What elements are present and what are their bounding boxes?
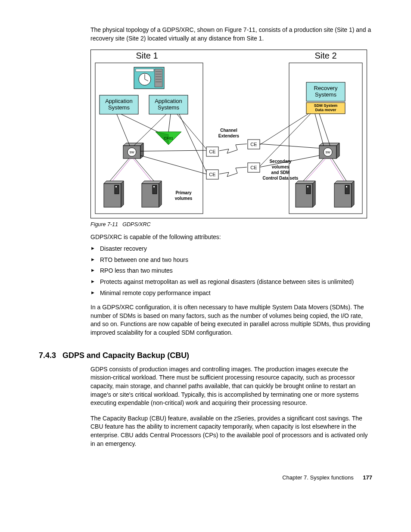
list-item: Protects against metropolitan as well as… [90,278,372,286]
svg-text:and SDM: and SDM [271,170,290,175]
svg-text:Systems: Systems [158,104,179,111]
svg-text:volumes: volumes [175,196,193,201]
recovery-systems: Recovery [314,85,338,91]
list-item: Disaster recovery [90,245,372,253]
section-title: GDPS and Capacity Backup (CBU) [62,351,189,360]
storage-site2a [296,181,315,207]
svg-marker-55 [313,181,315,207]
storage-site2b [334,181,354,207]
app-sys-1: Application [105,98,133,104]
cbu-paragraph-1: GDPS consists of production images and c… [90,365,372,408]
switch-site1: sw [123,143,143,159]
svg-marker-49 [159,181,162,207]
figure-caption: Figure 7-11 GDPS/XRC [90,221,372,229]
svg-marker-24 [123,143,143,146]
storage-site1b [142,181,162,207]
svg-rect-62 [346,186,347,187]
channel-extenders: CE CE CE CE [206,140,260,179]
svg-line-79 [319,114,330,146]
svg-line-85 [330,159,344,181]
attributes-lead: GDPS/XRC is capable of the following att… [90,233,372,242]
svg-marker-48 [142,181,162,184]
svg-line-78 [315,114,324,146]
svg-rect-4 [155,69,162,87]
svg-line-71 [133,159,151,181]
svg-rect-51 [153,186,155,187]
svg-text:volumes: volumes [272,165,290,169]
svg-text:Systems: Systems [108,104,130,111]
svg-text:sw: sw [326,150,331,154]
svg-marker-59 [334,181,354,184]
svg-marker-43 [104,181,124,184]
storage-site1a [104,181,124,207]
svg-line-69 [168,114,171,132]
svg-text:CE: CE [250,142,257,147]
svg-line-82 [260,114,308,145]
svg-text:CE: CE [209,172,215,177]
svg-text:sw: sw [130,150,135,154]
svg-text:Data mover: Data mover [315,108,336,112]
list-item: RPO less than two minutes [90,267,372,275]
svg-rect-46 [115,186,117,187]
svg-line-87 [332,159,346,181]
cbu-paragraph-2: The Capacity Backup (CBU) feature, avail… [90,414,372,448]
app-sys-2: Application [155,98,182,104]
list-item: RTO between one and two hours [90,256,372,264]
svg-line-73 [135,159,154,181]
svg-text:Control Data sets: Control Data sets [263,176,299,180]
section-number: 7.4.3 [39,350,56,361]
intro-paragraph: The physical topology of a GDPS/XRC, sho… [90,26,372,43]
svg-line-75 [140,156,206,174]
svg-text:Systems: Systems [315,91,336,98]
svg-line-86 [303,159,324,181]
svg-line-66 [117,114,130,146]
mainframe-icon [134,67,164,89]
svg-text:CE: CE [250,165,257,170]
svg-marker-60 [352,181,354,207]
section-heading: 7.4.3 GDPS and Capacity Backup (CBU) [39,350,372,361]
cf01-label: CF01 [164,136,173,140]
site2-title: Site 2 [314,51,336,60]
svg-text:Extenders: Extenders [218,134,240,138]
svg-line-84 [305,159,326,181]
list-item: Minimal remote copy performance impact [90,289,372,298]
svg-line-70 [112,159,131,181]
svg-line-68 [134,114,166,146]
svg-rect-57 [307,186,308,187]
svg-line-72 [110,159,129,181]
svg-marker-30 [336,143,339,159]
footer-chapter: Chapter 7. Sysplex functions [282,474,353,481]
page-footer: Chapter 7. Sysplex functions 177 [39,474,372,482]
svg-rect-3 [136,69,154,72]
svg-line-67 [121,114,158,132]
switch-site2: sw [319,143,339,159]
svg-text:CE: CE [209,149,215,154]
sdm-label: SDM System [314,103,338,108]
svg-marker-44 [121,181,124,207]
figure-gdps-xrc: Site 1 Site 2 Application Systems Applic… [90,50,367,218]
attributes-list: Disaster recovery RTO between one and tw… [90,245,372,297]
sdm-paragraph: In a GDPS/XRC configuration, it is often… [90,303,372,337]
svg-marker-54 [296,181,315,184]
primary-volumes-label: Primary [175,190,192,195]
channel-ext-label: Channel [220,128,237,133]
site1-title: Site 1 [136,51,158,60]
footer-page-number: 177 [363,474,372,481]
svg-line-80 [260,144,319,148]
svg-line-77 [179,114,206,172]
